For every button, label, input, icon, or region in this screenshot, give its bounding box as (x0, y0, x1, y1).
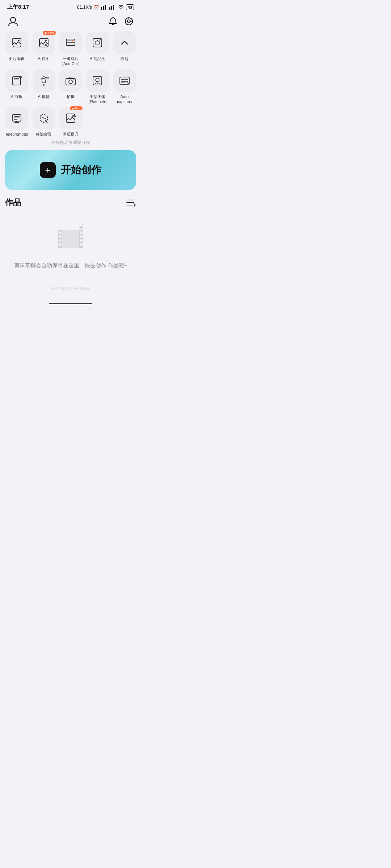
svg-rect-64 (59, 243, 62, 246)
retouch-icon-box (86, 69, 109, 92)
tool-ai-model[interactable]: AI AI模特 (32, 69, 55, 105)
tool-remove-bg[interactable]: 移除背景 (32, 107, 55, 137)
ai-draw-label: AI作图 (38, 56, 49, 61)
ai-poster-label: AI海报 (11, 94, 22, 99)
status-time: 上午8:17 (7, 4, 29, 10)
empty-text: 剪辑草稿会自动保存在这里，快去创作 作品吧~ (14, 261, 127, 270)
svg-point-6 (120, 8, 121, 9)
enhance-badge: Free (70, 106, 83, 110)
start-label: 开始创作 (61, 163, 101, 177)
captions-label: Auto captions (113, 94, 136, 105)
battery-icon: 43 (126, 4, 134, 10)
photo-edit-label: 图片编辑 (9, 56, 25, 61)
svg-rect-62 (59, 235, 62, 238)
start-create-button[interactable]: + 开始创作 (5, 150, 136, 190)
autocut-label: 一键成片 （AutoCut） (59, 56, 82, 67)
network-speed: 81.1K/s (77, 5, 92, 10)
teleprompter-icon-box (5, 107, 28, 129)
camera-icon-box (59, 69, 82, 92)
tool-grid-row3: Teleprompter 移除背景 Free HD 画质提升 (0, 107, 141, 137)
svg-text:HD: HD (72, 114, 76, 118)
wifi-icon (118, 5, 124, 10)
alarm-icon: ⏰ (94, 5, 99, 10)
svg-rect-3 (109, 7, 110, 10)
svg-rect-4 (111, 6, 112, 10)
svg-text:±: ± (13, 45, 14, 48)
header-actions (108, 16, 134, 26)
signal-icon (101, 5, 108, 10)
svg-point-38 (96, 78, 99, 82)
plus-icon: + (40, 162, 56, 178)
svg-point-19 (45, 40, 47, 41)
svg-rect-5 (113, 5, 114, 10)
svg-rect-0 (101, 7, 102, 10)
svg-text:AI: AI (99, 38, 102, 41)
ai-product-label: AI商品图 (90, 56, 105, 61)
empty-state: 剪辑草稿会自动保存在这里，快去创作 作品吧~ (5, 215, 136, 285)
tool-camera[interactable]: 拍摄 (59, 69, 82, 105)
home-indicator (0, 299, 141, 306)
enhance-icon-box: Free HD (59, 107, 82, 129)
status-right: 81.1K/s ⏰ 43 (77, 4, 134, 10)
empty-slot-2 (113, 107, 135, 137)
tool-captions[interactable]: Auto captions (113, 69, 136, 105)
empty-slot-1 (86, 107, 108, 137)
remove-bg-label: 移除背景 (36, 132, 52, 137)
status-bar: 上午8:17 81.1K/s ⏰ 43 (0, 0, 141, 13)
user-icon[interactable] (7, 16, 19, 27)
svg-rect-63 (59, 239, 62, 242)
ai-product-icon-box: AI (86, 31, 109, 54)
svg-rect-68 (80, 243, 83, 246)
svg-rect-2 (105, 5, 106, 10)
hint-text: 长按拖动可调整顺序 (0, 140, 141, 146)
tool-collapse[interactable]: 收起 (113, 31, 136, 67)
svg-rect-37 (93, 76, 102, 85)
tool-photo-edit[interactable]: ± 图片编辑 (5, 31, 28, 67)
retouch-label: 美颜美体 （Retouch） (86, 94, 109, 105)
svg-point-7 (10, 17, 16, 22)
start-btn-inner: + 开始创作 (40, 162, 101, 178)
tool-enhance[interactable]: Free HD 画质提升 (59, 107, 82, 137)
tool-grid-row1: ± 图片编辑 Free AI作图 一 (0, 31, 141, 67)
collapse-icon-box (113, 31, 136, 54)
watermark: 图片字幕均含小程序标记 (0, 285, 141, 292)
svg-point-35 (69, 80, 72, 84)
ai-draw-badge: Free (43, 31, 55, 35)
film-empty-icon (54, 222, 87, 255)
svg-point-32 (43, 84, 45, 86)
ai-model-icon-box: AI (33, 69, 55, 92)
tool-ai-product[interactable]: AI AI商品图 (86, 31, 109, 67)
autocut-icon-box (59, 31, 82, 54)
bell-icon[interactable] (108, 16, 118, 26)
works-header: 作品 (5, 197, 136, 208)
home-bar (49, 303, 92, 304)
svg-point-8 (127, 20, 130, 23)
signal2-icon (109, 5, 116, 10)
svg-rect-67 (80, 239, 83, 242)
svg-text:AI: AI (46, 76, 49, 79)
svg-point-36 (73, 79, 74, 80)
svg-rect-65 (80, 231, 83, 234)
camera-label: 拍摄 (67, 94, 75, 99)
teleprompter-label: Teleprompter (5, 132, 28, 137)
tool-ai-draw[interactable]: Free AI作图 (32, 31, 55, 67)
tool-teleprompter[interactable]: Teleprompter (5, 107, 28, 137)
svg-point-15 (18, 40, 20, 41)
sort-icon[interactable] (126, 199, 136, 207)
ai-draw-icon-box: Free (33, 31, 55, 54)
settings-icon[interactable] (124, 16, 134, 26)
photo-edit-icon-box: ± (5, 31, 28, 54)
ai-model-label: AI模特 (38, 94, 49, 99)
works-title: 作品 (5, 197, 21, 208)
collapse-label: 收起 (121, 56, 129, 61)
remove-bg-icon-box (33, 107, 55, 129)
tool-retouch[interactable]: 美颜美体 （Retouch） (86, 69, 109, 105)
svg-rect-21 (66, 39, 75, 46)
svg-rect-1 (103, 6, 104, 10)
app-header (0, 13, 141, 31)
captions-icon-box (113, 69, 136, 92)
svg-marker-24 (70, 44, 72, 46)
tool-autocut[interactable]: 一键成片 （AutoCut） (59, 31, 82, 67)
tool-ai-poster[interactable]: AI AI海报 (5, 69, 28, 105)
works-section: 作品 (0, 197, 141, 285)
